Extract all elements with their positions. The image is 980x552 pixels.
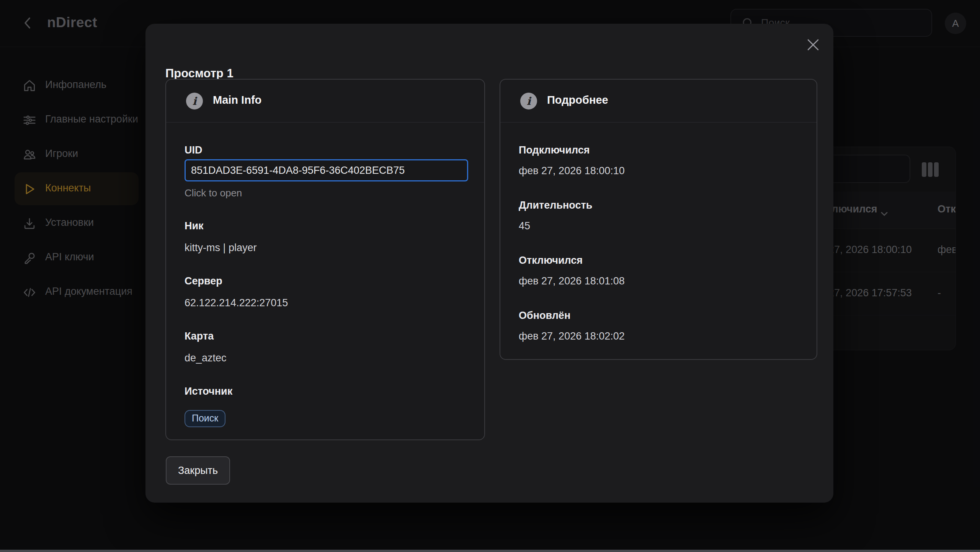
close-button[interactable]: Закрыть — [166, 456, 230, 485]
field-label: Длительность — [519, 199, 800, 212]
uid-input[interactable] — [185, 159, 468, 181]
close-icon[interactable] — [805, 36, 822, 53]
field-map: Карта de_aztec — [185, 330, 468, 364]
field-disconnected-at: Отключился фев 27, 2026 18:01:08 — [519, 254, 800, 287]
view-dialog: Просмотр 1 i Main Info UID Click to open… — [145, 24, 833, 503]
field-label: Подключился — [519, 144, 800, 157]
field-label: Сервер — [185, 274, 468, 287]
field-uid: UID Click to open — [185, 144, 468, 199]
field-value: фев 27, 2026 18:02:02 — [519, 330, 800, 343]
field-nick: Ник kitty-ms | player — [185, 219, 468, 254]
dialog-title: Просмотр 1 — [165, 67, 234, 80]
uid-hint: Click to open — [185, 187, 468, 199]
main-info-card: i Main Info UID Click to open Ник kitty-… — [165, 79, 485, 440]
field-value: фев 27, 2026 18:00:10 — [519, 164, 800, 177]
field-source: Источник Поиск — [185, 385, 468, 427]
field-updated-at: Обновлён фев 27, 2026 18:02:02 — [519, 309, 800, 343]
field-connected-at: Подключился фев 27, 2026 18:00:10 — [519, 144, 800, 177]
card-title: Main Info — [213, 94, 261, 106]
details-card: i Подробнее Подключился фев 27, 2026 18:… — [500, 79, 817, 360]
field-label: Карта — [185, 330, 468, 343]
card-header: i Подробнее — [500, 80, 817, 122]
field-label: Обновлён — [519, 309, 800, 322]
field-label: Ник — [185, 219, 468, 232]
field-value: de_aztec — [185, 351, 468, 364]
window-bottom-edge — [0, 550, 980, 552]
field-label: Отключился — [519, 254, 800, 267]
card-header: i Main Info — [166, 80, 484, 122]
field-value: 62.122.214.222:27015 — [185, 296, 468, 309]
source-badge: Поиск — [185, 410, 225, 427]
field-value: kitty-ms | player — [185, 241, 468, 254]
info-icon: i — [520, 93, 537, 109]
field-duration: Длительность 45 — [519, 199, 800, 232]
field-label: Источник — [185, 385, 468, 398]
field-server: Сервер 62.122.214.222:27015 — [185, 274, 468, 309]
field-value: 45 — [519, 219, 800, 232]
field-value: фев 27, 2026 18:01:08 — [519, 274, 800, 287]
info-icon: i — [186, 93, 203, 109]
card-title: Подробнее — [547, 94, 608, 106]
app-window: nDirect Поиск A Инфопанель Главные — [0, 0, 980, 552]
field-label: UID — [185, 144, 468, 157]
